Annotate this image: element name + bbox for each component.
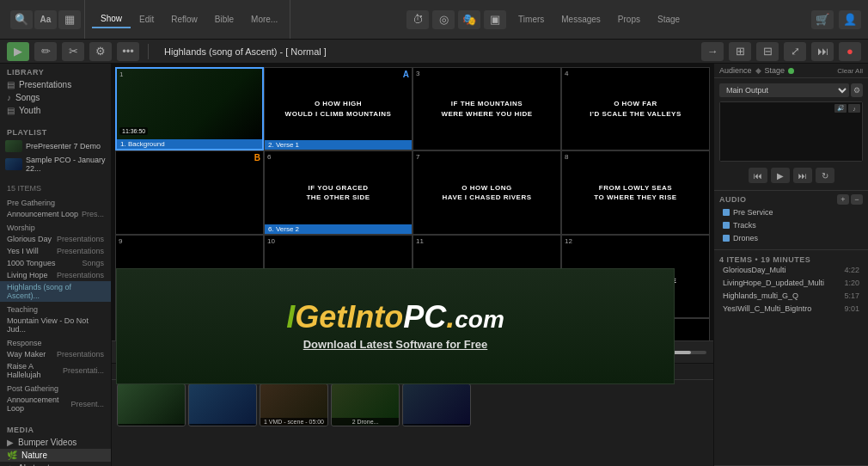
rs-queue-item-1[interactable]: GloriousDay_Multi 4:22 bbox=[719, 264, 863, 276]
sidebar-item-living-hope[interactable]: Living Hope Presentations bbox=[0, 269, 111, 281]
nav-icon[interactable]: ◎ bbox=[432, 10, 455, 29]
sidebar-item-yes-i-will[interactable]: Yes I Will Presentations bbox=[0, 245, 111, 257]
rs-audio-list: Pre Service Tracks Drones bbox=[719, 205, 863, 246]
rs-queue-item-4[interactable]: YesIWill_C_Multi_BigIntro 9:01 bbox=[719, 303, 863, 315]
center-tabs: Timers Messages Props Stage bbox=[510, 11, 688, 28]
tab-edit[interactable]: Edit bbox=[131, 11, 162, 28]
sidebar-item-presentations[interactable]: ▤ Presentations bbox=[0, 78, 111, 91]
sidebar-item-songs[interactable]: ♪ Songs bbox=[0, 91, 111, 104]
stage-icon[interactable]: ▣ bbox=[484, 10, 506, 29]
store-icon[interactable]: 🛒 bbox=[811, 10, 834, 29]
sidebar-item-raise-hallelujah[interactable]: Raise A Hallelujah Presentati... bbox=[0, 360, 111, 381]
rs-audio-item-3[interactable]: Drones bbox=[719, 232, 863, 244]
rs-repeat-btn[interactable]: ↻ bbox=[816, 168, 834, 183]
record-icon[interactable]: ● bbox=[839, 42, 861, 61]
playlist-item-pco[interactable]: Sample PCO - January 22... bbox=[0, 154, 111, 175]
logo-pc: PC bbox=[403, 302, 446, 333]
output-settings-icon[interactable]: ⚙ bbox=[851, 83, 863, 97]
tab-stage[interactable]: Stage bbox=[649, 11, 688, 28]
group-pre-gathering: Pre Gathering bbox=[0, 195, 111, 208]
watermark-tagline: Download Latest Software for Free bbox=[303, 338, 488, 351]
tab-show[interactable]: Show bbox=[92, 10, 131, 28]
slide-3[interactable]: 3 IF THE MOUNTAINSWERE WHERE YOU HIDE bbox=[413, 67, 561, 150]
playlist-item-demo[interactable]: PrePresenter 7 Demo bbox=[0, 138, 111, 154]
rs-audio-item-2[interactable]: Tracks bbox=[719, 219, 863, 231]
tab-timers[interactable]: Timers bbox=[510, 11, 553, 28]
slide-4-num: 4 bbox=[565, 70, 568, 77]
announcement-loop-label: Announcement Loop bbox=[7, 210, 78, 218]
rs-play-btn[interactable]: ▶ bbox=[771, 168, 790, 183]
grid-icon[interactable]: ▦ bbox=[58, 10, 81, 29]
rs-audio-item-1[interactable]: Pre Service bbox=[719, 206, 863, 218]
slide-8[interactable]: 8 FROM LOWLY SEASTO WHERE THEY RISE bbox=[561, 150, 710, 234]
glorious-day-label: Glorious Day bbox=[7, 235, 52, 243]
media-icon[interactable]: 👤 bbox=[839, 10, 861, 29]
glorious-day-sublabel: Presentations bbox=[57, 235, 104, 243]
pen-icon[interactable]: ✏ bbox=[34, 42, 57, 61]
slide-7[interactable]: 7 O HOW LONGHAVE I CHASED RIVERS bbox=[413, 150, 561, 234]
preview-icon-2[interactable]: ♪ bbox=[848, 104, 860, 113]
post-ann-label: Announcement Loop bbox=[7, 395, 70, 413]
more-icon[interactable]: ••• bbox=[117, 42, 139, 61]
preview-icon-1[interactable]: 🔊 bbox=[834, 104, 847, 113]
rs-audio-add-icon[interactable]: + bbox=[837, 194, 849, 205]
slide-6[interactable]: 6 IF YOU GRACEDTHE OTHER SIDE 6. Verse 2 bbox=[264, 150, 413, 234]
sidebar-item-bumper-videos[interactable]: ▶ Bumper Videos bbox=[0, 436, 111, 449]
rs-queue-item-3[interactable]: Highlands_multi_G_Q 5:17 bbox=[719, 290, 863, 302]
rs-queue-item-2[interactable]: LivingHope_D_updated_Multi 1:20 bbox=[719, 277, 863, 289]
search-icon[interactable]: 🔍 bbox=[10, 10, 33, 29]
slide-1[interactable]: 1 11:36:50 1. Background bbox=[115, 67, 264, 150]
sidebar-item-1000-tongues[interactable]: 1000 Tongues Songs bbox=[0, 257, 111, 269]
logo-into: Into bbox=[346, 302, 403, 333]
rs-next-btn[interactable]: ⏭ bbox=[793, 168, 812, 183]
media-thumb-4[interactable]: 2 Drone... bbox=[331, 383, 400, 426]
sidebar-item-glorious-day[interactable]: Glorious Day Presentations bbox=[0, 233, 111, 245]
library-title: LIBRARY bbox=[0, 64, 111, 78]
slide-12-num: 12 bbox=[565, 237, 572, 245]
center-toolbar-icons: ⏱ ◎ 🎭 ▣ bbox=[406, 10, 506, 29]
slide-2[interactable]: A O HOW HIGHWOULD I CLIMB MOUNTAINS 2. V… bbox=[264, 67, 413, 150]
youth-icon: ▤ bbox=[7, 106, 15, 115]
rs-audio-controls: + − bbox=[837, 194, 863, 205]
media-row[interactable]: 1 VMD - scene - 05:00 2 Drone... bbox=[112, 380, 713, 466]
audio-label-2: Tracks bbox=[733, 221, 756, 230]
slide-6-label: 6. Verse 2 bbox=[265, 224, 412, 234]
clock-icon[interactable]: ⏱ bbox=[406, 10, 429, 29]
sidebar-item-mountain-view[interactable]: Mountain View - Do Not Jud... bbox=[0, 315, 111, 335]
tab-more[interactable]: More... bbox=[242, 11, 286, 28]
settings-icon[interactable]: ⚙ bbox=[89, 42, 112, 61]
grid2-icon[interactable]: ⊟ bbox=[756, 42, 779, 61]
arrow-right-icon[interactable]: → bbox=[701, 42, 724, 61]
sidebar-item-announcement-loop[interactable]: Announcement Loop Pres... bbox=[0, 208, 111, 220]
media-thumb-3[interactable]: 1 VMD - scene - 05:00 bbox=[260, 383, 328, 426]
media-thumb-2[interactable] bbox=[188, 383, 257, 426]
sidebar-item-way-maker[interactable]: Way Maker Presentations bbox=[0, 348, 111, 360]
props-icon[interactable]: 🎭 bbox=[458, 10, 480, 29]
slide-3-text: IF THE MOUNTAINSWERE WHERE YOU HIDE bbox=[437, 95, 535, 121]
rs-prev-btn[interactable]: ⏮ bbox=[749, 168, 767, 183]
clear-all-btn[interactable]: Clear All bbox=[837, 67, 863, 75]
rs-playback-controls: ⏮ ▶ ⏭ ↻ bbox=[719, 164, 863, 187]
sidebar-item-post-announcement[interactable]: Announcement Loop Present... bbox=[0, 394, 111, 414]
tab-messages[interactable]: Messages bbox=[553, 11, 609, 28]
layout-icon[interactable]: ⊞ bbox=[729, 42, 751, 61]
play-icon[interactable]: ▶ bbox=[7, 42, 29, 61]
media-thumb-5[interactable] bbox=[402, 383, 471, 426]
media-thumb-1[interactable] bbox=[117, 383, 186, 426]
slide-4[interactable]: 4 O HOW FARI'D SCALE THE VALLEYS bbox=[561, 67, 710, 150]
scissors-icon[interactable]: ✂ bbox=[62, 42, 84, 61]
group-post-gathering: Post Gathering bbox=[0, 381, 111, 394]
output-select[interactable]: Main Output bbox=[719, 83, 849, 97]
tab-bible[interactable]: Bible bbox=[206, 11, 242, 28]
sidebar-item-nature[interactable]: 🌿 Nature bbox=[0, 449, 111, 462]
forward-icon[interactable]: ⏭ bbox=[811, 42, 834, 61]
slide-5[interactable]: B bbox=[115, 150, 264, 234]
sidebar-item-abstract[interactable]: ◈ Abstract bbox=[0, 462, 111, 466]
tab-props[interactable]: Props bbox=[609, 11, 649, 28]
expand-icon[interactable]: ⤢ bbox=[784, 42, 806, 61]
sidebar-item-youth[interactable]: ▤ Youth bbox=[0, 104, 111, 117]
sidebar-item-highlands[interactable]: Highlands (song of Ascent)... bbox=[0, 281, 111, 302]
text-icon[interactable]: Aa bbox=[34, 10, 57, 29]
tab-reflow[interactable]: Reflow bbox=[162, 11, 206, 28]
rs-audio-remove-icon[interactable]: − bbox=[851, 194, 863, 205]
